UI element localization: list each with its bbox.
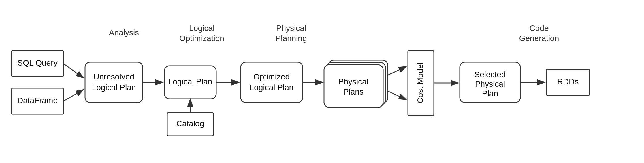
unresolved-logical-plan-text2: Logical Plan — [92, 83, 136, 92]
physical-to-cost-upper-arrow — [388, 66, 406, 75]
physical-to-cost-lower-arrow — [388, 91, 406, 100]
physical-planning-label2: Planning — [276, 34, 307, 43]
selected-physical-plan-text2: Physical — [475, 79, 505, 88]
diagram-container: Analysis Logical Optimization Physical P… — [0, 0, 644, 163]
code-generation-label2: Generation — [519, 34, 559, 43]
logical-optimization-label2: Optimization — [179, 34, 224, 43]
selected-physical-plan-text3: Plan — [482, 89, 498, 98]
analysis-label: Analysis — [109, 28, 139, 37]
dataframe-to-unresolved-arrow — [63, 90, 84, 101]
unresolved-logical-plan-text1: Unresolved — [93, 72, 134, 81]
dataframe-label: DataFrame — [17, 96, 58, 105]
sql-to-unresolved-arrow — [63, 64, 84, 78]
physical-plans-text2: Plans — [343, 87, 364, 96]
cost-model-text: Cost Model — [416, 62, 425, 103]
physical-plans-text1: Physical — [338, 77, 368, 86]
logical-plan-text: Logical Plan — [168, 77, 212, 86]
logical-optimization-label: Logical — [189, 24, 215, 33]
code-generation-label: Code — [530, 24, 549, 33]
catalog-text: Catalog — [176, 119, 204, 128]
optimized-logical-plan-text2: Logical Plan — [250, 83, 294, 92]
physical-planning-label: Physical — [276, 24, 306, 33]
rdds-text: RDDs — [557, 77, 579, 86]
selected-physical-plan-text1: Selected — [474, 70, 506, 79]
unresolved-logical-plan-box — [85, 62, 143, 103]
sql-query-label: SQL Query — [17, 58, 57, 67]
optimized-logical-plan-text1: Optimized — [253, 72, 290, 81]
optimized-logical-plan-box — [241, 62, 303, 103]
